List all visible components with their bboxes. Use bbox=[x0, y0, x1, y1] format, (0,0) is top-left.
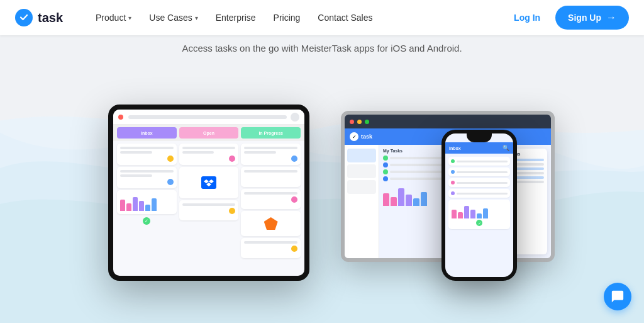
nav-links: Product ▾ Use Cases ▾ Enterprise Pricing… bbox=[88, 8, 506, 28]
mini-chart bbox=[120, 193, 174, 211]
logo-area[interactable]: task bbox=[15, 9, 63, 26]
navbar: task Product ▾ Use Cases ▾ Enterprise Pr… bbox=[0, 0, 644, 35]
dropbox-icon bbox=[201, 176, 216, 189]
task-card bbox=[241, 144, 301, 165]
chat-button[interactable] bbox=[604, 283, 631, 310]
phone-task-row bbox=[448, 178, 510, 187]
sidebar-item bbox=[347, 149, 376, 162]
devices-area: Inbox Open In Progress bbox=[77, 54, 567, 293]
green-check-icon: ✓ bbox=[143, 217, 150, 225]
task-card bbox=[241, 167, 301, 187]
minimize-dot bbox=[357, 120, 362, 124]
chevron-down-icon: ▾ bbox=[128, 14, 131, 21]
task-card bbox=[117, 167, 177, 188]
sketch-icon bbox=[264, 217, 278, 230]
desktop-sidebar bbox=[345, 145, 379, 258]
dropbox-card bbox=[179, 167, 239, 198]
nav-item-product[interactable]: Product ▾ bbox=[88, 8, 139, 28]
tablet-topbar bbox=[113, 110, 304, 125]
avatar bbox=[291, 156, 297, 162]
desktop-logo-icon: ✓ bbox=[350, 132, 358, 141]
nav-item-contact-sales[interactable]: Contact Sales bbox=[310, 8, 380, 28]
logo-text: task bbox=[38, 11, 63, 25]
green-check-icon: ✓ bbox=[476, 220, 482, 226]
task-card bbox=[179, 200, 239, 220]
arrow-icon: → bbox=[606, 12, 616, 23]
task-card bbox=[241, 189, 301, 209]
desktop-topbar bbox=[345, 115, 551, 128]
avatar bbox=[167, 156, 174, 162]
tablet-device: Inbox Open In Progress bbox=[108, 105, 309, 281]
sidebar-item bbox=[347, 164, 376, 178]
nav-right: Log In Sign Up → bbox=[506, 6, 629, 30]
logo-icon bbox=[15, 9, 33, 26]
phone-notch bbox=[467, 133, 492, 142]
phone-task-row bbox=[448, 167, 510, 176]
phone-task-row bbox=[448, 157, 510, 166]
col-progress-header: In Progress bbox=[241, 127, 301, 139]
sketch-card bbox=[241, 211, 301, 236]
phone-header-title: Inbox bbox=[449, 146, 461, 150]
tablet-col-1: ✓ bbox=[117, 144, 177, 276]
avatar bbox=[291, 246, 297, 252]
tablet-col-2 bbox=[179, 144, 239, 276]
search-icon: 🔍 bbox=[502, 145, 509, 151]
nav-item-enterprise[interactable]: Enterprise bbox=[208, 8, 264, 28]
chart-card bbox=[117, 190, 177, 214]
main-content: Access tasks on the go with MeisterTask … bbox=[0, 35, 644, 323]
col-doing-header: Open bbox=[179, 127, 239, 139]
avatar bbox=[167, 179, 174, 185]
task-card bbox=[117, 144, 177, 165]
tablet-columns: ✓ bbox=[113, 141, 304, 276]
close-dot bbox=[350, 120, 354, 124]
login-button[interactable]: Log In bbox=[506, 8, 548, 28]
maximize-dot bbox=[365, 120, 369, 124]
task-card bbox=[179, 144, 239, 165]
phone-device: Inbox 🔍 bbox=[441, 130, 517, 281]
phone-task-row bbox=[448, 189, 510, 198]
avatar bbox=[291, 196, 297, 203]
nav-item-use-cases[interactable]: Use Cases ▾ bbox=[142, 8, 205, 28]
phone-content: ✓ bbox=[445, 154, 513, 277]
tablet-screen: Inbox Open In Progress bbox=[113, 110, 304, 276]
task-card bbox=[241, 238, 301, 258]
signup-button[interactable]: Sign Up → bbox=[555, 6, 629, 30]
sidebar-item bbox=[347, 180, 376, 194]
phone-chart bbox=[452, 203, 507, 218]
tablet-col-3 bbox=[241, 144, 301, 276]
phone-chart-card: ✓ bbox=[448, 200, 510, 229]
nav-item-pricing[interactable]: Pricing bbox=[266, 8, 308, 28]
chevron-down-icon: ▾ bbox=[195, 14, 198, 21]
tablet-col-headers: Inbox Open In Progress bbox=[113, 125, 304, 141]
avatar bbox=[229, 156, 235, 162]
desktop-logo-text: task bbox=[361, 133, 372, 140]
close-dot bbox=[118, 115, 123, 120]
col-todo-header: Inbox bbox=[117, 127, 177, 139]
avatar bbox=[229, 208, 235, 214]
phone-screen: Inbox 🔍 bbox=[445, 133, 513, 277]
phone-header: Inbox 🔍 bbox=[445, 142, 513, 154]
subtitle-text: Access tasks on the go with MeisterTask … bbox=[0, 35, 644, 54]
